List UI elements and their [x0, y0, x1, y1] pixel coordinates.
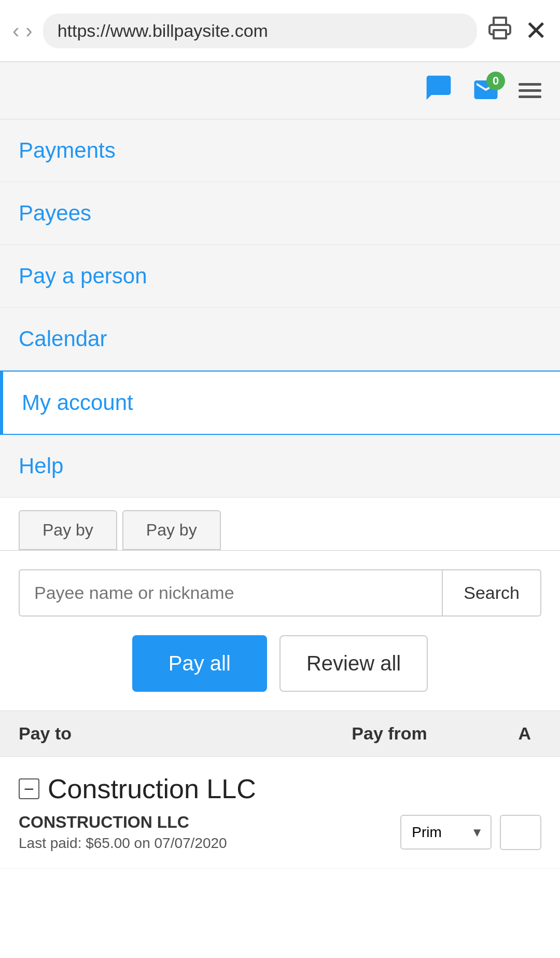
app-header: 0 — [0, 62, 560, 119]
payee-title: Construction LLC — [48, 773, 256, 804]
chat-icon[interactable] — [424, 73, 453, 108]
close-icon[interactable]: ✕ — [525, 15, 548, 46]
mail-wrapper[interactable]: 0 — [472, 76, 500, 106]
review-all-button[interactable]: Review all — [279, 635, 428, 692]
nav-link-help[interactable]: Help — [19, 454, 63, 478]
url-bar[interactable] — [43, 13, 477, 48]
nav-link-my-account[interactable]: My account — [22, 390, 133, 415]
pay-all-button[interactable]: Pay all — [132, 635, 267, 692]
payee-name: CONSTRUCTION LLC — [19, 813, 400, 832]
search-button[interactable]: Search — [442, 569, 541, 617]
tabs-row: Pay by Pay by — [0, 498, 560, 551]
payee-account-select-wrapper: Prim ▼ — [400, 815, 492, 850]
search-input[interactable] — [19, 569, 442, 617]
forward-button[interactable]: › — [25, 20, 32, 41]
browser-navigation: ‹ › — [12, 20, 33, 41]
nav-item-pay-a-person[interactable]: Pay a person — [0, 245, 560, 308]
nav-item-payments[interactable]: Payments — [0, 119, 560, 182]
nav-item-my-account[interactable]: My account — [0, 371, 560, 435]
payee-details-row: CONSTRUCTION LLC Last paid: $65.00 on 07… — [19, 813, 541, 852]
content-area: Pay by Pay by Search Pay all Review all … — [0, 498, 560, 869]
table-header: Pay to Pay from A — [0, 710, 560, 757]
browser-chrome: ‹ › ✕ — [0, 0, 560, 62]
svg-rect-0 — [494, 30, 506, 38]
back-button[interactable]: ‹ — [12, 20, 19, 41]
payee-last-paid: Last paid: $65.00 on 07/07/2020 — [19, 835, 400, 852]
search-row: Search — [0, 551, 560, 617]
tab-pay-by-1[interactable]: Pay by — [19, 510, 117, 550]
nav-item-help[interactable]: Help — [0, 435, 560, 498]
table-header-pay-to: Pay to — [19, 723, 352, 744]
table-header-pay-from: Pay from — [352, 723, 518, 744]
table-header-amount: A — [518, 723, 541, 744]
minus-icon: − — [24, 780, 34, 798]
nav-item-calendar[interactable]: Calendar — [0, 308, 560, 371]
payee-amount-input[interactable] — [500, 815, 541, 850]
payee-info: CONSTRUCTION LLC Last paid: $65.00 on 07… — [19, 813, 400, 852]
tab-pay-by-2[interactable]: Pay by — [122, 510, 221, 550]
payee-account-select[interactable]: Prim — [401, 816, 464, 848]
hamburger-menu-icon[interactable] — [519, 83, 541, 98]
hamburger-line-1 — [519, 83, 541, 86]
hamburger-line-2 — [519, 89, 541, 92]
nav-link-calendar[interactable]: Calendar — [19, 326, 107, 351]
select-chevron-down-icon: ▼ — [464, 817, 491, 848]
nav-menu: Payments Payees Pay a person Calendar My… — [0, 119, 560, 498]
action-row: Pay all Review all — [0, 617, 560, 710]
mail-badge: 0 — [486, 72, 505, 90]
nav-item-payees[interactable]: Payees — [0, 182, 560, 245]
payee-row: − Construction LLC CONSTRUCTION LLC Last… — [0, 757, 560, 869]
payee-title-row: − Construction LLC — [19, 773, 541, 804]
browser-action-icons: ✕ — [487, 15, 548, 46]
hamburger-line-3 — [519, 95, 541, 98]
nav-link-payees[interactable]: Payees — [19, 201, 91, 225]
nav-link-payments[interactable]: Payments — [19, 138, 116, 162]
payee-collapse-button[interactable]: − — [19, 778, 39, 799]
print-icon[interactable] — [487, 16, 512, 46]
nav-link-pay-a-person[interactable]: Pay a person — [19, 264, 147, 288]
